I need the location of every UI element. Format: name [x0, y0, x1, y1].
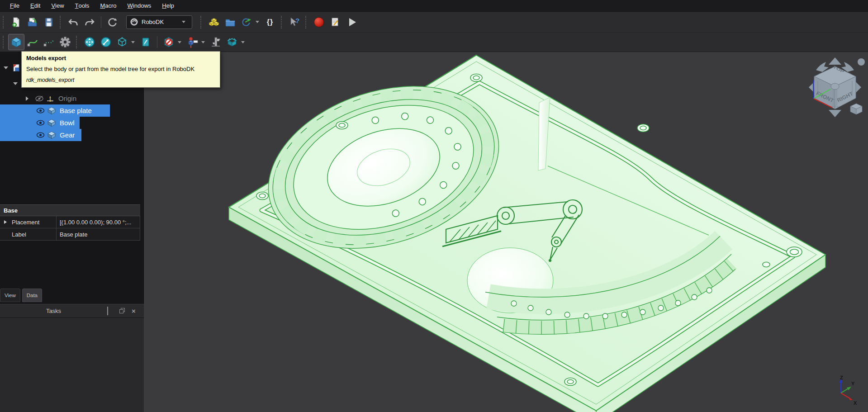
- tree-row-base-plate[interactable]: Base plate: [0, 104, 110, 117]
- toolbar-separator: [157, 36, 157, 48]
- property-editor: Base Placement [(1.00 0.00 0.00); 90.00 …: [0, 204, 140, 241]
- new-document-button[interactable]: [8, 14, 24, 30]
- menu-bar: File Edit View Tools Macro Windows Help: [0, 0, 868, 12]
- tab-data[interactable]: Data: [22, 289, 42, 302]
- load-points-button[interactable]: [41, 34, 57, 50]
- bricks-icon: [208, 17, 220, 28]
- refresh-icon: [107, 17, 119, 28]
- load-curve-button[interactable]: [24, 34, 41, 50]
- edit-panel-button[interactable]: [138, 34, 154, 50]
- property-name-cell: Label: [0, 228, 57, 240]
- no-entry-icon: [163, 36, 175, 48]
- svg-text:?: ?: [295, 17, 299, 24]
- whats-this-icon: ?: [289, 16, 300, 28]
- property-value-cell[interactable]: Base plate: [57, 228, 140, 240]
- scene-node-button[interactable]: [184, 34, 200, 50]
- menu-file[interactable]: File: [5, 0, 25, 12]
- property-group-header[interactable]: Base: [0, 204, 140, 216]
- models-export-tooltip: Models export Select the body or part fr…: [21, 51, 220, 88]
- tree-row-document[interactable]: [0, 62, 21, 74]
- toolbar-grip[interactable]: [3, 36, 6, 48]
- models-export-button[interactable]: [8, 34, 24, 50]
- tab-view[interactable]: View: [0, 289, 20, 302]
- macro-edit-icon: [330, 17, 341, 28]
- expander-icon[interactable]: [13, 82, 18, 85]
- redo-button[interactable]: [81, 14, 98, 30]
- float-panel-button[interactable]: [119, 308, 126, 314]
- property-value-cell[interactable]: [(1.00 0.00 0.00); 90.00 °;...: [57, 216, 140, 228]
- file-toolbar: RoboDK: [0, 12, 868, 32]
- scene-node-icon: [186, 36, 198, 48]
- record-macro-button[interactable]: [311, 14, 327, 30]
- clipping-button[interactable]: [161, 34, 177, 50]
- edit-macro-button[interactable]: [327, 14, 343, 30]
- menu-view[interactable]: View: [46, 0, 69, 12]
- menu-help[interactable]: Help: [157, 0, 180, 12]
- save-icon: [43, 17, 54, 28]
- navigation-cube[interactable]: TOP FRONT RIGHT: [805, 56, 868, 119]
- property-row-placement[interactable]: Placement [(1.00 0.00 0.00); 90.00 °;...: [0, 216, 140, 228]
- folder-button[interactable]: [222, 14, 238, 30]
- new-document-icon: [11, 17, 22, 28]
- nav-mini-cube-button[interactable]: [850, 104, 862, 114]
- workbench-value: RoboDK: [142, 19, 181, 25]
- part-cube-icon: [47, 119, 56, 127]
- axis-indicator: Z Y X: [826, 374, 858, 406]
- code-braces-button[interactable]: {}: [262, 14, 278, 30]
- measure-button[interactable]: [208, 34, 224, 50]
- save-button[interactable]: [41, 14, 57, 30]
- nav-sphere-button[interactable]: [858, 58, 865, 66]
- clipping-dropdown-icon[interactable]: [178, 41, 181, 43]
- toolbar-grip[interactable]: [200, 16, 204, 28]
- bounding-box-button[interactable]: [224, 34, 240, 50]
- undo-icon: [67, 17, 79, 28]
- close-panel-button[interactable]: ×: [132, 308, 138, 314]
- edit-panel-icon: [140, 36, 152, 48]
- folder-icon: [225, 17, 236, 28]
- draw-style-dropdown-icon[interactable]: [131, 41, 135, 43]
- menu-edit[interactable]: Edit: [25, 0, 46, 12]
- whats-this-button[interactable]: ?: [286, 14, 303, 30]
- undo-button[interactable]: [65, 14, 81, 30]
- export-dropdown-icon[interactable]: [256, 21, 259, 23]
- toolbar-grip[interactable]: [305, 16, 309, 28]
- curve-icon: [27, 36, 38, 48]
- tree-row-origin[interactable]: Origin: [0, 92, 76, 104]
- origin-axes-icon: [46, 95, 55, 102]
- expander-icon[interactable]: [4, 220, 7, 224]
- zoom-button[interactable]: [98, 34, 114, 50]
- fit-all-button[interactable]: [81, 34, 98, 50]
- axis-z-label: Z: [840, 375, 843, 380]
- nav-cube-body[interactable]: [814, 66, 856, 109]
- measure-caliper-icon: [210, 36, 222, 48]
- axis-x-label: X: [854, 400, 857, 406]
- cad-model[interactable]: [144, 52, 868, 412]
- menu-tools[interactable]: Tools: [70, 0, 95, 12]
- workbench-selector[interactable]: RoboDK: [126, 15, 192, 29]
- tree-row-group[interactable]: [0, 77, 18, 90]
- toolbar-grip[interactable]: [3, 16, 6, 28]
- toolbar-grip[interactable]: [281, 16, 285, 28]
- export-button[interactable]: [238, 14, 255, 30]
- menu-windows[interactable]: Windows: [122, 0, 157, 12]
- toolbar-grip[interactable]: [60, 16, 63, 28]
- tasks-title: Tasks: [0, 308, 107, 314]
- expander-icon[interactable]: [4, 66, 8, 69]
- settings-button[interactable]: [57, 34, 73, 50]
- run-macro-button[interactable]: [343, 14, 360, 30]
- scene-node-dropdown-icon[interactable]: [201, 41, 205, 43]
- draw-style-button[interactable]: [114, 34, 130, 50]
- tree-row-gear[interactable]: Gear: [0, 129, 81, 141]
- expander-icon[interactable]: [26, 96, 28, 101]
- open-document-button[interactable]: [24, 14, 41, 30]
- toolbar-grip[interactable]: [76, 36, 80, 48]
- freecad-workbench-button[interactable]: [206, 14, 222, 30]
- zoom-arrow-icon: [100, 36, 112, 48]
- bounding-box-dropdown-icon[interactable]: [241, 41, 245, 43]
- dock-panel-button[interactable]: [107, 308, 114, 314]
- menu-macro[interactable]: Macro: [95, 0, 122, 12]
- property-row-label[interactable]: Label Base plate: [0, 228, 140, 241]
- tree-row-bowl[interactable]: Bowl: [0, 117, 80, 129]
- 3d-viewport[interactable]: TOP FRONT RIGHT Z Y X: [144, 52, 868, 412]
- refresh-button[interactable]: [104, 14, 121, 30]
